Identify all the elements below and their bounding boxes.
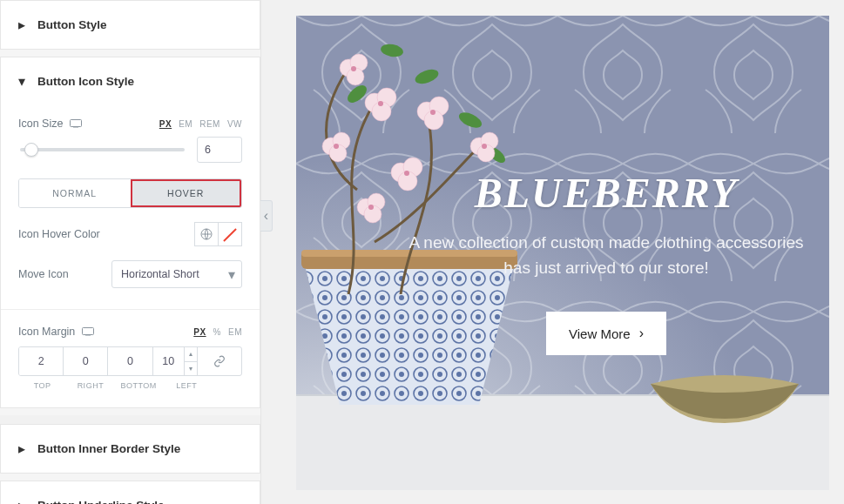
margin-label-bottom: BOTTOM xyxy=(115,381,163,390)
margin-left-up[interactable]: ▴ xyxy=(185,347,197,361)
responsive-device-icon[interactable] xyxy=(82,324,94,339)
section-toggle-button-style[interactable]: ▸ Button Style xyxy=(1,1,260,49)
unit-rem[interactable]: REM xyxy=(199,119,220,129)
move-icon-label: Move Icon xyxy=(18,268,69,280)
unit-switcher: PX EM REM VW xyxy=(159,119,242,129)
margin-left-input[interactable] xyxy=(153,347,184,375)
preview-canvas: BLUEBERRY A new collection of custom mad… xyxy=(261,0,844,504)
section-title: Button Underline Style xyxy=(37,499,165,504)
margin-top-input[interactable] xyxy=(19,347,63,375)
icon-size-input[interactable] xyxy=(197,137,242,163)
icon-margin-label: Icon Margin xyxy=(18,326,75,338)
hero-subtitle: A new collection of custom made clothing… xyxy=(401,231,812,280)
cta-label: View More xyxy=(569,326,631,341)
hover-color-label: Icon Hover Color xyxy=(18,228,100,240)
margin-left-down[interactable]: ▾ xyxy=(185,361,197,376)
hero-widget: BLUEBERRY A new collection of custom mad… xyxy=(296,16,829,490)
view-more-button[interactable]: View More › xyxy=(546,312,666,355)
icon-size-slider[interactable] xyxy=(20,148,185,151)
section-toggle-button-icon-style[interactable]: ▾ Button Icon Style xyxy=(1,57,260,105)
section-button-inner-border-style: ▸ Button Inner Border Style xyxy=(0,424,260,474)
responsive-device-icon[interactable] xyxy=(70,116,82,131)
unit-pct[interactable]: % xyxy=(213,327,221,337)
tab-normal[interactable]: NORMAL xyxy=(19,179,131,207)
margin-right-input[interactable] xyxy=(64,347,107,375)
caret-right-icon: ▸ xyxy=(18,17,27,33)
hero-title: BLUEBERRY xyxy=(401,169,812,217)
unit-em[interactable]: EM xyxy=(228,327,242,337)
section-title: Button Icon Style xyxy=(37,75,134,88)
state-tabs: NORMAL HOVER xyxy=(18,178,242,208)
icon-margin-inputs: ▴ ▾ xyxy=(18,346,242,376)
section-toggle-underline[interactable]: ▸ Button Underline Style xyxy=(1,481,260,504)
margin-label-top: TOP xyxy=(18,381,66,390)
settings-sidebar: ▸ Button Style ▾ Button Icon Style Icon … xyxy=(0,0,261,504)
margin-label-left: LEFT xyxy=(163,381,211,390)
svg-rect-4 xyxy=(85,335,91,336)
unit-px[interactable]: PX xyxy=(193,327,206,337)
caret-right-icon: ▸ xyxy=(18,440,27,457)
section-title: Button Inner Border Style xyxy=(37,442,180,455)
global-color-button[interactable] xyxy=(194,222,219,246)
section-button-underline-style: ▸ Button Underline Style xyxy=(0,480,260,504)
margin-bottom-input[interactable] xyxy=(108,347,152,375)
unit-px[interactable]: PX xyxy=(159,119,172,129)
section-toggle-inner-border[interactable]: ▸ Button Inner Border Style xyxy=(1,425,260,473)
section-button-style: ▸ Button Style xyxy=(0,0,260,50)
section-button-icon-style: ▾ Button Icon Style Icon Size PX EM REM xyxy=(0,57,260,408)
section-title: Button Style xyxy=(37,18,107,31)
svg-rect-0 xyxy=(71,120,82,127)
tab-hover[interactable]: HOVER xyxy=(131,179,242,207)
icon-size-label: Icon Size xyxy=(18,118,63,130)
margin-label-right: RIGHT xyxy=(66,381,114,390)
svg-rect-3 xyxy=(83,328,94,335)
unit-em[interactable]: EM xyxy=(179,119,192,129)
link-values-toggle[interactable] xyxy=(198,347,241,375)
caret-down-icon: ▾ xyxy=(18,73,27,90)
svg-rect-1 xyxy=(73,127,78,128)
caret-right-icon: ▸ xyxy=(18,497,27,504)
color-picker-button[interactable] xyxy=(218,222,242,246)
chevron-right-icon: › xyxy=(639,326,644,341)
unit-switcher-margin: PX % EM xyxy=(193,327,242,337)
brass-bowl xyxy=(646,375,803,427)
move-icon-select[interactable]: Horizontal Short xyxy=(111,260,242,288)
unit-vw[interactable]: VW xyxy=(227,119,242,129)
